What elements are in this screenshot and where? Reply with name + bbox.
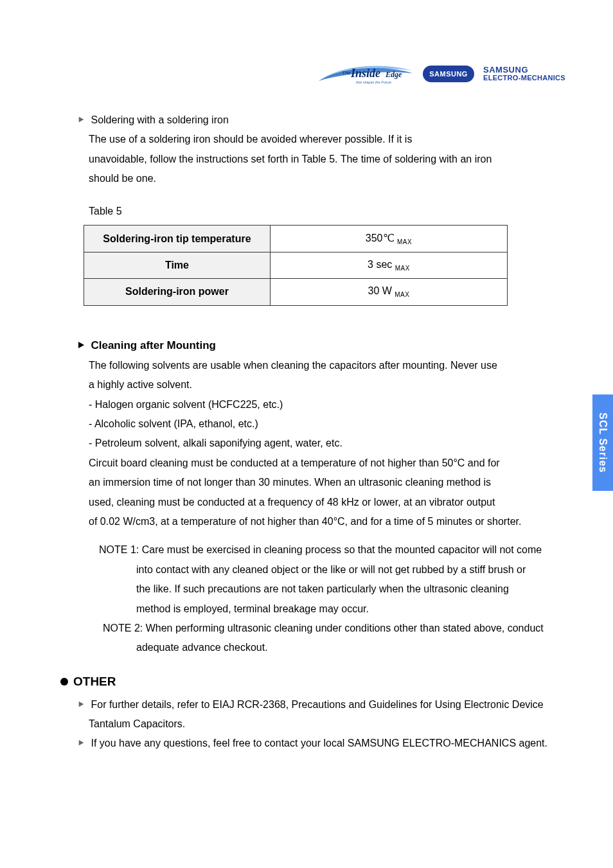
cleaning-p2c: used, cleaning must be conducted at a fr… <box>60 493 565 512</box>
sem-line1: SAMSUNG <box>483 66 565 75</box>
cleaning-b3: - Petroleum solvent, alkali saponifying … <box>60 434 565 453</box>
samsung-pill-logo: SAMSUNG <box>423 66 474 82</box>
cleaning-p1a: The following solvents are usable when c… <box>60 356 565 375</box>
inside-edge-tagline: that shapes the Future <box>356 80 391 84</box>
table-val-num: 350 <box>366 233 383 244</box>
circle-bullet-icon <box>60 678 68 686</box>
table-label: Time <box>84 252 271 279</box>
table-value: 3 sec MAX <box>270 252 507 279</box>
table-val-num: 30 W <box>368 285 391 296</box>
soldering-para-1a: The use of a soldering iron should be av… <box>60 130 565 149</box>
inside-edge-swoosh-icon: The Inside Edge that shapes the Future <box>317 59 414 89</box>
cleaning-p1b: a highly active solvent. <box>60 375 565 394</box>
soldering-heading-row: Soldering with a soldering iron <box>60 111 565 130</box>
header-logos: The Inside Edge that shapes the Future S… <box>317 59 565 89</box>
table-value: 350℃ MAX <box>270 225 507 252</box>
cleaning-p2d: of 0.02 W/cm3, at a temperature of not h… <box>60 512 565 531</box>
table-val-sub: MAX <box>395 292 409 299</box>
other-bullet1b: Tantalum Capacitors. <box>60 714 565 734</box>
table-row: Time 3 sec MAX <box>84 252 508 279</box>
table-label: Soldering-iron tip temperature <box>84 225 271 252</box>
other-bullet2: If you have any questions, feel free to … <box>91 738 547 748</box>
table-caption: Table 5 <box>60 202 565 221</box>
cleaning-note1d: method is employed, terminal breakage ma… <box>60 599 565 619</box>
document-content: Soldering with a soldering iron The use … <box>60 111 565 754</box>
cleaning-note1c: the like. If such precautions are not ta… <box>60 580 565 599</box>
inside-edge-prefix: The <box>342 70 351 76</box>
cleaning-heading: Cleaning after Mounting <box>91 339 216 351</box>
cleaning-note2a: NOTE 2: When performing ultrasonic clean… <box>60 619 565 638</box>
triangle-bullet-icon <box>78 342 84 348</box>
other-bullet1a: For further details, refer to EIAJ RCR-2… <box>91 699 543 710</box>
soldering-para-1c: should be one. <box>60 169 565 188</box>
soldering-para-1b: unavoidable, follow the instructions set… <box>60 150 565 169</box>
other-bullet1a-row: For further details, refer to EIAJ RCR-2… <box>60 695 565 714</box>
other-bullet2-row: If you have any questions, feel free to … <box>60 734 565 753</box>
other-heading: OTHER <box>73 675 116 689</box>
triangle-bullet-icon <box>79 740 84 746</box>
triangle-bullet-icon <box>79 117 84 123</box>
cleaning-heading-row: Cleaning after Mounting <box>60 335 565 356</box>
table-row: Soldering-iron tip temperature 350℃ MAX <box>84 225 508 252</box>
table-label: Soldering-iron power <box>84 279 271 305</box>
cleaning-p2b: an immersion time of not longer than 30 … <box>60 473 565 492</box>
triangle-bullet-icon <box>79 701 84 707</box>
sem-line2: ELECTRO-MECHANICS <box>483 75 565 82</box>
table-val-sub: MAX <box>395 265 410 272</box>
cleaning-b1: - Halogen organic solvent (HCFC225, etc.… <box>60 395 565 414</box>
table-val-unit: ℃ <box>383 233 395 244</box>
page: The Inside Edge that shapes the Future S… <box>0 0 613 868</box>
inside-edge-logo: The Inside Edge that shapes the Future <box>317 59 414 89</box>
samsung-electro-mechanics-logo: SAMSUNG ELECTRO-MECHANICS <box>483 66 565 82</box>
table-val-sub: MAX <box>397 238 412 245</box>
other-heading-row: OTHER <box>60 675 565 689</box>
table-value: 30 W MAX <box>270 279 507 305</box>
soldering-spec-table: Soldering-iron tip temperature 350℃ MAX … <box>84 225 508 306</box>
cleaning-note2b: adequate advance checkout. <box>60 638 565 657</box>
table-row: Soldering-iron power 30 W MAX <box>84 279 508 305</box>
cleaning-p2a: Circuit board cleaning must be conducted… <box>60 454 565 473</box>
series-side-tab: SCL Series <box>592 394 613 491</box>
cleaning-note1a: NOTE 1: Care must be exercised in cleani… <box>60 540 565 560</box>
table-val-num: 3 sec <box>368 259 392 270</box>
cleaning-note1b: into contact with any cleaned object or … <box>60 560 565 580</box>
soldering-heading: Soldering with a soldering iron <box>91 114 228 125</box>
cleaning-b2: - Alcoholic solvent (IPA, ethanol, etc.) <box>60 414 565 434</box>
inside-edge-main: Inside <box>350 67 380 80</box>
inside-edge-suffix: Edge <box>385 70 402 79</box>
